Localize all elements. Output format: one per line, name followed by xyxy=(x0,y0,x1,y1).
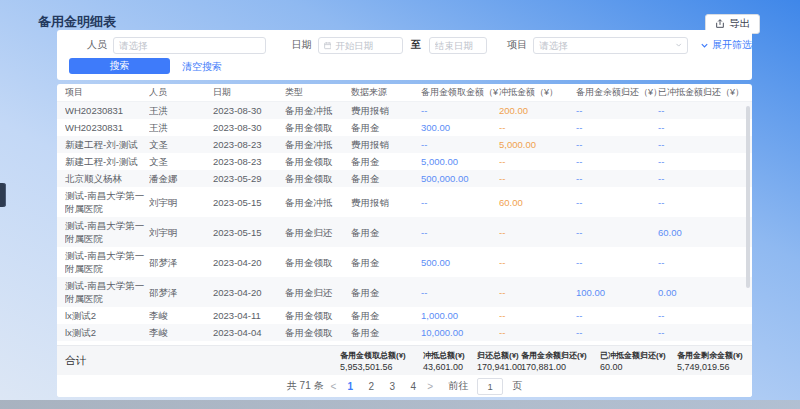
bottom-edge-bar xyxy=(0,400,800,409)
table-cell: 备用金冲抵 xyxy=(285,341,351,345)
table-cell: 2023-08-30 xyxy=(213,102,285,119)
table-cell: 2023-08-23 xyxy=(213,136,285,153)
table-cell: -- xyxy=(658,194,744,211)
table-cell: 备用金领取 xyxy=(285,119,351,136)
table-cell: 北京顺义杨林 xyxy=(65,170,149,187)
expand-filter-link[interactable]: 展开筛选 xyxy=(700,38,752,52)
total-label-text: 冲抵总额(¥) xyxy=(423,350,477,361)
total-value: 43,601.00 xyxy=(423,362,477,372)
left-drawer-handle[interactable] xyxy=(0,183,6,207)
table-row[interactable]: WH20230831王洪2023-08-30备用金领取备用金300.00----… xyxy=(57,119,752,136)
table-cell: 2023-05-15 xyxy=(213,194,285,211)
column-header: 备用金余额归还（¥） xyxy=(576,86,658,99)
table-cell: 潘金娜 xyxy=(149,170,213,187)
date-start-field[interactable] xyxy=(335,40,397,51)
table-cell: -- xyxy=(499,254,576,271)
table-row[interactable]: 测试-南昌大学第一附属医院邵梦泽2023-04-20备用金归还备用金----10… xyxy=(57,277,752,307)
page-button[interactable]: 3 xyxy=(385,381,399,392)
column-header: 类型 xyxy=(285,86,351,99)
total-item: 备用金领取总额(¥)5,953,501.56 xyxy=(340,350,423,372)
table-cell: 王洪 xyxy=(149,119,213,136)
table-cell: 备用金领取 xyxy=(285,324,351,341)
table-cell: 500,000.00 xyxy=(421,170,499,187)
table-cell: 测试-南昌大学第一附属医院 xyxy=(65,247,149,277)
goto-page-input[interactable] xyxy=(477,378,503,395)
page-button[interactable]: 4 xyxy=(406,381,420,392)
table-cell: 2023-08-30 xyxy=(213,119,285,136)
table-cell: 备用金冲抵 xyxy=(285,194,351,211)
table-cell: 测试-南昌大学第一附属医院 xyxy=(65,217,149,247)
table-cell: 新建工程-刘-测试 xyxy=(65,153,149,170)
table-header-row: 项目人员日期类型数据来源备用金领取金额（¥）冲抵金额（¥）备用金余额归还（¥）已… xyxy=(57,84,752,102)
total-value: 5,749,019.56 xyxy=(677,362,744,372)
table-row[interactable]: 测试-南昌大学第一附属医院刘宇明2023-05-15备用金归还备用金------… xyxy=(57,217,752,247)
person-input-field[interactable] xyxy=(119,40,260,51)
total-count: 共 71 条 xyxy=(287,379,324,393)
table-cell: 300.00 xyxy=(421,119,499,136)
date-label: 日期 xyxy=(292,38,312,52)
table-row[interactable]: lx测试2李峻2023-04-04备用金领取备用金10,000.00------ xyxy=(57,324,752,341)
table-cell: 2023-04-20 xyxy=(213,284,285,301)
table-row[interactable]: 北京顺义杨林潘金娜2023-05-29备用金领取备用金500,000.00---… xyxy=(57,170,752,187)
filter-panel: 人员 日期 至 项目 展开筛选 搜索 xyxy=(57,30,752,80)
table-cell: WH20230831 xyxy=(65,119,149,136)
table-cell: 5,000.00 xyxy=(499,136,576,153)
prev-page-button[interactable]: < xyxy=(331,381,337,392)
date-to-label: 至 xyxy=(411,38,421,52)
table-cell: -- xyxy=(576,102,658,119)
page-button[interactable]: 1 xyxy=(343,381,357,392)
table-cell: -- xyxy=(576,194,658,211)
next-page-button[interactable]: > xyxy=(427,381,433,392)
column-header: 数据来源 xyxy=(351,86,421,99)
total-value: 60.00 xyxy=(600,362,677,372)
table-cell: 备用金 xyxy=(351,284,421,301)
table-cell: -- xyxy=(499,170,576,187)
date-start-input[interactable] xyxy=(318,37,403,54)
person-input[interactable] xyxy=(113,37,266,54)
search-button[interactable]: 搜索 xyxy=(69,58,170,74)
total-item: 已冲抵金额归还(¥)60.00 xyxy=(600,350,677,372)
table-row[interactable]: lx测试2李峻2023-04-11备用金领取备用金1,000.00------ xyxy=(57,307,752,324)
project-select-field[interactable] xyxy=(539,40,670,51)
table-cell: -- xyxy=(499,284,576,301)
clear-search-link[interactable]: 清空搜索 xyxy=(182,60,222,74)
table-row[interactable]: 测试-南昌大学第一附属医院刘宇明2023-05-15备用金冲抵费用报销--60.… xyxy=(57,187,752,217)
table-cell: 邵梦泽 xyxy=(149,284,213,301)
table-cell: lx测试2 xyxy=(65,307,149,324)
project-label: 项目 xyxy=(507,38,527,52)
table-cell: -- xyxy=(658,307,744,324)
table-row[interactable]: 新建工程-刘-测试文圣2023-08-23备用金冲抵费用报销--5,000.00… xyxy=(57,136,752,153)
table-cell: -- xyxy=(421,341,499,345)
table-cell: 李峻 xyxy=(149,324,213,341)
table-row[interactable]: WH20230831王洪2023-08-30备用金冲抵费用报销--200.00-… xyxy=(57,102,752,119)
table-cell: -- xyxy=(499,307,576,324)
table-cell: 刘宇明 xyxy=(149,194,213,211)
table-cell: 备用金 xyxy=(351,153,421,170)
table-cell: 60.00 xyxy=(499,194,576,211)
project-select[interactable] xyxy=(533,37,688,54)
date-end-field[interactable] xyxy=(435,40,481,51)
table-row[interactable]: 新建工程-刘-测试文圣2023-08-23备用金领取备用金5,000.00---… xyxy=(57,153,752,170)
table-body: WH20230831王洪2023-08-30备用金冲抵费用报销--200.00-… xyxy=(57,102,752,345)
table-cell: 2023-05-15 xyxy=(213,224,285,241)
table-cell: -- xyxy=(499,119,576,136)
table-cell: -- xyxy=(658,170,744,187)
table-cell: -- xyxy=(576,153,658,170)
date-end-input[interactable] xyxy=(429,37,487,54)
pagination-bar: 共 71 条 < 1234 > 前往 页 xyxy=(57,375,752,397)
table-cell: -- xyxy=(576,307,658,324)
table-scrollbar[interactable] xyxy=(746,106,750,288)
table-cell: -- xyxy=(576,136,658,153)
total-value: 5,953,501.56 xyxy=(340,362,423,372)
expand-filter-label: 展开筛选 xyxy=(712,38,752,52)
table-row[interactable]: 测试-南昌大学第一附属医院邵梦泽2023-04-20备用金领取备用金500.00… xyxy=(57,247,752,277)
column-header: 备用金领取金额（¥） xyxy=(421,86,499,99)
table-row[interactable]: lx测试2李峻2023-04-04备用金冲抵费用报销--3,000.00---- xyxy=(57,341,752,345)
table-cell: 0.00 xyxy=(658,284,744,301)
goto-label: 前往 xyxy=(448,379,468,393)
total-item: 冲抵总额(¥)43,601.00 xyxy=(423,350,477,372)
page-button[interactable]: 2 xyxy=(364,381,378,392)
table-cell: 新建工程-刘-测试 xyxy=(65,136,149,153)
column-header: 人员 xyxy=(149,86,213,99)
table-cell: 2023-04-04 xyxy=(213,324,285,341)
